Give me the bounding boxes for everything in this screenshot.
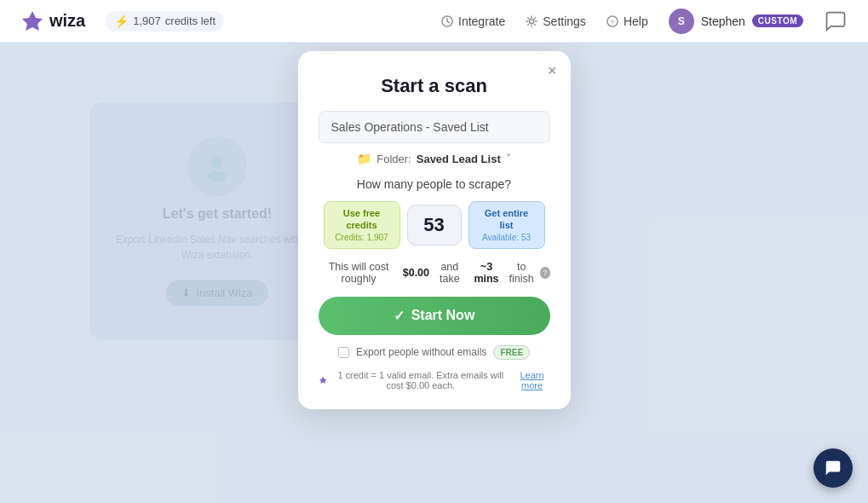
- svg-text:?: ?: [611, 18, 615, 26]
- free-badge: FREE: [493, 345, 530, 360]
- close-button[interactable]: ×: [548, 63, 557, 78]
- logo[interactable]: wiza: [20, 9, 85, 33]
- user-section[interactable]: S Stephen CUSTOM: [669, 9, 803, 34]
- cost-middle: and take: [433, 261, 467, 285]
- chat-fab-icon: [824, 459, 842, 477]
- nav-integrate[interactable]: Integrate: [441, 14, 505, 28]
- folder-name: Saved Lead List: [417, 153, 501, 165]
- cost-value: $0.00: [403, 267, 429, 279]
- export-label: Export people without emails: [356, 346, 486, 358]
- learn-more-link[interactable]: Learn more: [514, 370, 550, 390]
- credits-badge[interactable]: ⚡ 1,907 credits left: [106, 11, 224, 32]
- logo-text: wiza: [49, 11, 85, 31]
- page-background: Saved Lead List ˅ Let's get started! Exp…: [0, 43, 868, 503]
- cost-suffix: to finish: [506, 261, 537, 285]
- nav-settings[interactable]: Settings: [526, 14, 586, 28]
- start-now-label: Start Now: [411, 308, 475, 323]
- credits-count: 1,907: [133, 14, 161, 27]
- check-icon: ✓: [394, 308, 405, 324]
- chat-fab-button[interactable]: [813, 448, 853, 488]
- modal-title: Start a scan: [319, 75, 550, 97]
- svg-point-2: [530, 19, 534, 23]
- folder-icon: 📁: [357, 152, 371, 165]
- avatar: S: [669, 9, 694, 34]
- message-icon[interactable]: [824, 9, 848, 33]
- plan-badge: CUSTOM: [752, 14, 803, 27]
- start-now-button[interactable]: ✓ Start Now: [319, 297, 550, 335]
- time-value: ~3 mins: [470, 261, 503, 285]
- cost-help-icon[interactable]: ?: [540, 267, 550, 279]
- wiza-logo-icon: [20, 9, 44, 33]
- integrate-icon: [441, 15, 453, 27]
- use-free-credits-button[interactable]: Use free credits Credits: 1,907: [324, 201, 400, 249]
- nav-help[interactable]: ? Help: [606, 14, 648, 28]
- count-value: 53: [423, 214, 444, 236]
- folder-chevron[interactable]: ˅: [506, 153, 511, 165]
- user-name: Stephen: [701, 14, 745, 28]
- get-entire-label: Get entire list: [478, 207, 536, 232]
- svg-marker-7: [319, 376, 326, 384]
- get-entire-list-button[interactable]: Get entire list Available: 53: [468, 201, 545, 249]
- bolt-icon: ⚡: [114, 14, 129, 28]
- credit-info-row: 1 credit = 1 valid email. Extra emails w…: [319, 370, 550, 390]
- available-label: Available: 53: [478, 232, 536, 243]
- help-icon: ?: [606, 15, 618, 27]
- scrape-question: How many people to scrape?: [319, 177, 550, 191]
- folder-row: 📁 Folder: Saved Lead List ˅: [319, 152, 550, 165]
- count-box: 53: [407, 205, 462, 246]
- folder-prefix: Folder:: [377, 153, 411, 165]
- gear-icon: [526, 15, 537, 27]
- scan-modal: × Start a scan 📁 Folder: Saved Lead List…: [298, 51, 571, 409]
- cost-text: This will cost roughly $0.00 and take ~3…: [319, 261, 550, 285]
- modal-overlay: × Start a scan 📁 Folder: Saved Lead List…: [0, 43, 868, 503]
- credits-count-label: Credits: 1,907: [333, 232, 391, 243]
- header: wiza ⚡ 1,907 credits left Integrate Sett…: [0, 0, 868, 43]
- export-checkbox[interactable]: [338, 347, 349, 358]
- svg-marker-0: [22, 11, 43, 31]
- credit-info-text: 1 credit = 1 valid email. Extra emails w…: [332, 370, 509, 390]
- credits-label: credits left: [165, 14, 216, 27]
- wiza-mini-icon: [319, 374, 327, 386]
- header-nav: Integrate Settings ? Help S Stephen CUST…: [441, 9, 848, 34]
- cost-prefix: This will cost roughly: [319, 261, 400, 285]
- use-free-label: Use free credits: [333, 207, 391, 232]
- export-row: Export people without emails FREE: [319, 345, 550, 360]
- options-row: Use free credits Credits: 1,907 53 Get e…: [319, 201, 550, 249]
- scan-name-input[interactable]: [319, 111, 550, 143]
